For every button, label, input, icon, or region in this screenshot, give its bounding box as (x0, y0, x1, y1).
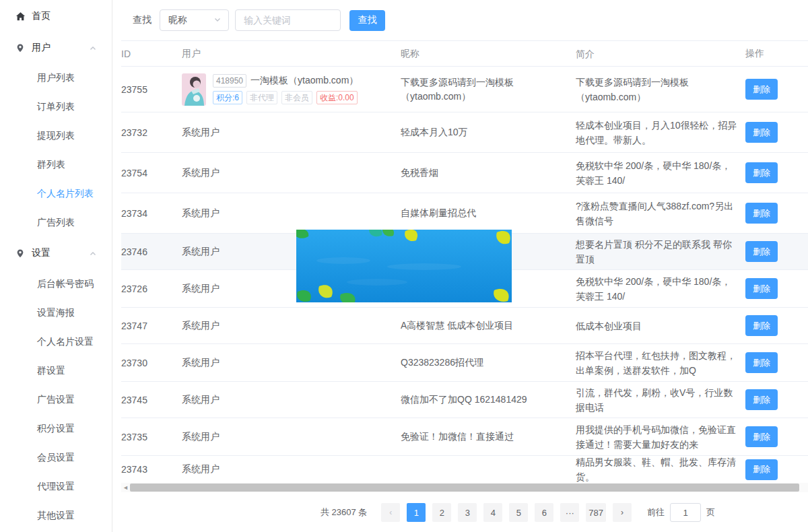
sidebar-item-admin-password[interactable]: 后台帐号密码 (0, 269, 112, 298)
cell-id: 23726 (121, 284, 182, 294)
page-button-4[interactable]: 4 (483, 503, 502, 522)
cell-intro: 低成本创业项目 (576, 319, 745, 333)
page-button-2[interactable]: 2 (432, 503, 451, 522)
sidebar-item-label: 广告列表 (37, 217, 75, 229)
page-button-3[interactable]: 3 (458, 503, 477, 522)
sidebar-item-member-settings[interactable]: 会员设置 (0, 443, 112, 472)
next-page-button[interactable]: › (613, 503, 632, 522)
sidebar-item-label: 其他设置 (37, 510, 75, 522)
cell-user: 系统用户 (182, 207, 401, 220)
cell-nickname: 轻成本月入10万 (401, 125, 576, 139)
delete-button[interactable]: 删除 (745, 122, 778, 143)
sidebar-item-points-settings[interactable]: 积分设置 (0, 414, 112, 443)
cell-user: 系统用户 (182, 167, 401, 179)
cell-id: 23755 (121, 84, 182, 95)
income-badge: 收益:0.00 (316, 91, 358, 104)
cell-id: 23747 (121, 321, 182, 331)
scrollbar-thumb[interactable] (130, 484, 799, 492)
cell-id: 23754 (121, 168, 182, 178)
scroll-left-arrow-icon[interactable]: ◄ (121, 483, 130, 492)
delete-button[interactable]: 删除 (745, 162, 778, 183)
sidebar-item-label: 后台帐号密码 (37, 278, 94, 290)
sidebar-item-ad-list[interactable]: 广告列表 (0, 208, 112, 237)
sidebar-group-users[interactable]: 用户 (0, 32, 112, 63)
sidebar-item-label: 订单列表 (37, 101, 75, 113)
page-button-787[interactable]: 787 (586, 503, 606, 522)
table-row: 23730 系统用户 Q323823286招代理 招本平台代理，红包扶持，图文教… (121, 344, 808, 382)
sidebar-item-card-settings[interactable]: 个人名片设置 (0, 327, 112, 356)
header-id: ID (121, 48, 182, 59)
sidebar-item-other-settings[interactable]: 其他设置 (0, 501, 112, 530)
sidebar-item-agent-settings[interactable]: 代理设置 (0, 472, 112, 501)
cell-user: 系统用户 (182, 463, 401, 475)
horizontal-scrollbar: ◄ (121, 483, 808, 492)
delete-button[interactable]: 删除 (745, 278, 778, 299)
cell-actions: 删除 (745, 79, 808, 100)
home-icon (15, 11, 26, 22)
search-field-select[interactable]: 昵称 (160, 9, 229, 31)
delete-button[interactable]: 删除 (745, 203, 778, 224)
sidebar-item-poster-settings[interactable]: 设置海报 (0, 298, 112, 327)
table-row: 23745 系统用户 微信加不了加QQ 1621481429 引流，群代发，刷粉… (121, 382, 808, 418)
chevron-up-icon (89, 249, 97, 257)
sidebar-item-withdraw-list[interactable]: 提现列表 (0, 121, 112, 150)
cell-intro: 精品男女服装、鞋、帽、批发、库存清货。 (576, 456, 745, 483)
sidebar-item-home[interactable]: 首页 (0, 0, 112, 32)
sidebar-item-label: 用户列表 (37, 72, 75, 84)
cell-user: 系统用户 (182, 127, 401, 139)
cell-id: 23746 (121, 246, 182, 257)
delete-button[interactable]: 删除 (745, 79, 778, 100)
prev-page-button[interactable]: ‹ (381, 503, 400, 522)
total-count: 共 23607 条 (321, 506, 367, 519)
goto-page: 前往 页 (647, 503, 715, 522)
admin-page: 首页 用户 用户列表 订单列表 提现列表 群列表 个人名片列表 广告列表 设置 (0, 0, 808, 532)
table-row: 23754 系统用户 免税香烟 免税软中华 200/条，硬中华 180/条，芙蓉… (121, 153, 808, 193)
page-button-5[interactable]: 5 (509, 503, 528, 522)
delete-button[interactable]: 删除 (745, 315, 778, 336)
cell-actions: 删除 (745, 315, 808, 336)
cell-id: 23730 (121, 358, 182, 368)
sidebar: 首页 用户 用户列表 订单列表 提现列表 群列表 个人名片列表 广告列表 设置 (0, 0, 112, 532)
sidebar-item-label: 个人名片列表 (37, 188, 94, 200)
header-intro: 简介 (576, 46, 745, 61)
agent-badge: 非代理 (246, 91, 277, 104)
sidebar-item-ad-settings[interactable]: 广告设置 (0, 385, 112, 414)
chevron-down-icon (213, 14, 222, 26)
sidebar-item-card-list[interactable]: 个人名片列表 (0, 179, 112, 208)
cell-intro: 引流，群代发，刷粉，收V号，行业数据电话 (576, 385, 745, 415)
sidebar-item-label: 会员设置 (37, 452, 75, 464)
page-button-1[interactable]: 1 (407, 503, 426, 522)
cell-user: 418950 一淘模板（ytaomb.com） 积分:6 非代理 非会员 收益:… (182, 73, 401, 106)
cell-actions: 删除 (745, 389, 808, 410)
sidebar-item-label: 个人名片设置 (37, 336, 94, 348)
sidebar-item-label: 群设置 (37, 365, 65, 377)
delete-button[interactable]: 删除 (745, 459, 778, 480)
more-pages-button[interactable]: ··· (560, 503, 579, 522)
avatar (182, 73, 206, 106)
page-button-6[interactable]: 6 (535, 503, 553, 522)
delete-button[interactable]: 删除 (745, 241, 778, 262)
keyword-input[interactable] (235, 9, 341, 31)
delete-button[interactable]: 删除 (745, 426, 778, 447)
cell-actions: 删除 (745, 241, 808, 262)
sidebar-item-user-list[interactable]: 用户列表 (0, 63, 112, 92)
cell-nickname: A高楼智慧 低成本创业项目 (401, 319, 576, 333)
cell-intro: 免税软中华 200/条，硬中华 180/条，芙蓉王 140/ (576, 274, 745, 304)
cell-intro: 免税软中华 200/条，硬中华 180/条，芙蓉王 140/ (576, 158, 745, 188)
table-row: 23747 系统用户 A高楼智慧 低成本创业项目 低成本创业项目 删除 (121, 308, 808, 344)
sidebar-item-label: 广告设置 (37, 394, 75, 406)
goto-page-input[interactable] (670, 503, 701, 522)
sidebar-item-label: 首页 (32, 10, 50, 22)
cell-actions: 删除 (745, 203, 808, 224)
cell-actions: 删除 (745, 426, 808, 447)
sidebar-item-group-settings[interactable]: 群设置 (0, 356, 112, 385)
sidebar-item-label: 设置海报 (37, 307, 75, 319)
search-button[interactable]: 查找 (349, 10, 385, 31)
delete-button[interactable]: 删除 (745, 352, 778, 373)
sidebar-group-settings[interactable]: 设置 (0, 237, 112, 269)
delete-button[interactable]: 删除 (745, 389, 778, 410)
sidebar-item-group-list[interactable]: 群列表 (0, 150, 112, 179)
sidebar-item-order-list[interactable]: 订单列表 (0, 92, 112, 121)
cell-intro: ?涨粉点赞直播间人气388zf.com?另出售微信号 (576, 199, 745, 228)
cell-actions: 删除 (745, 162, 808, 183)
